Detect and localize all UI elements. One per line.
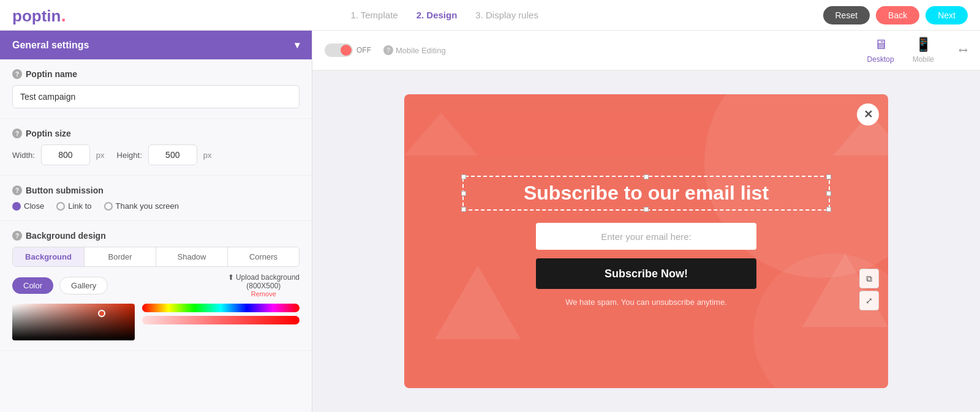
width-label: Width: (12, 151, 35, 160)
logo-text: poptin. (12, 5, 66, 26)
mobile-icon: 📱 (915, 37, 932, 53)
poptin-name-section: ? Poptin name (0, 59, 312, 119)
mobile-button[interactable]: 📱 Mobile (913, 37, 934, 64)
handle-rm[interactable] (826, 191, 831, 196)
right-area: OFF ? Mobile Editing 🖥 Desktop 📱 Mobile … (312, 31, 980, 412)
background-tabs: Background Border Shadow Corners (12, 247, 300, 267)
radio-row: Close Link to Thank you screen (12, 201, 300, 211)
remove-label[interactable]: Remove (251, 290, 276, 298)
desktop-icon: 🖥 (874, 37, 888, 53)
handle-tm[interactable] (644, 174, 649, 179)
step-template: 1. Template (350, 10, 398, 20)
color-rainbow-col (142, 304, 300, 340)
button-submission-help-icon: ? (12, 185, 22, 195)
canvas-area: ✕ Subscribe to our email list ⧉ ⤢ (312, 70, 980, 412)
radio-thank-you[interactable]: Thank you screen (104, 201, 179, 211)
general-settings-header[interactable]: General settings ▾ (0, 31, 312, 59)
color-gradient[interactable] (12, 304, 135, 340)
width-input[interactable] (41, 144, 90, 165)
spam-text: We hate spam. You can unsubscribe anytim… (565, 298, 727, 307)
steps: 1. Template 2. Design 3. Display rules (350, 10, 538, 20)
resize-icons: ⧉ ⤢ (859, 269, 879, 310)
handle-tr[interactable] (826, 174, 831, 179)
popup-title: Subscribe to our email list (476, 182, 816, 204)
button-submission-label: Button submission (26, 185, 104, 195)
gallery-button[interactable]: Gallery (59, 277, 108, 294)
poptin-name-input[interactable] (12, 85, 300, 108)
color-gallery-row: Color Gallery ⬆ Upload background (800X5… (12, 273, 300, 298)
tab-corners[interactable]: Corners (228, 247, 299, 266)
poptin-name-label-row: ? Poptin name (12, 69, 300, 79)
handle-lm[interactable] (461, 191, 466, 196)
height-px: px (203, 151, 212, 160)
poptin-size-section: ? Poptin size Width: px Height: px (0, 119, 312, 176)
next-button[interactable]: Next (925, 6, 968, 24)
poptin-name-label: Poptin name (26, 69, 77, 79)
logo: poptin. (12, 5, 66, 26)
background-design-section: ? Background design Background Border Sh… (0, 221, 312, 351)
toggle-knob (341, 45, 352, 56)
background-design-help-icon: ? (12, 231, 22, 241)
desktop-label: Desktop (867, 55, 894, 64)
expand-button[interactable]: ⤢ (955, 42, 971, 58)
color-picker-area (12, 304, 300, 340)
alpha-strip[interactable] (142, 316, 300, 324)
svg-marker-3 (404, 113, 478, 155)
device-group: 🖥 Desktop 📱 Mobile (867, 37, 934, 64)
desktop-button[interactable]: 🖥 Desktop (867, 37, 894, 64)
tab-border[interactable]: Border (85, 247, 156, 266)
radio-thankyou-dot (104, 202, 113, 211)
upload-background-label[interactable]: ⬆ Upload background (800X500) Remove (228, 273, 300, 298)
copy-icon-btn[interactable]: ⧉ (859, 269, 879, 288)
reset-button[interactable]: Reset (823, 6, 870, 24)
popup-close-button[interactable]: ✕ (857, 103, 879, 125)
rainbow-strip[interactable] (142, 304, 300, 312)
button-submission-section: ? Button submission Close Link to Thank … (0, 176, 312, 221)
gradient-handle[interactable] (98, 310, 105, 317)
subscribe-button[interactable]: Subscribe Now! (536, 258, 756, 289)
popup-title-wrap[interactable]: Subscribe to our email list (462, 176, 830, 211)
height-input[interactable] (148, 144, 197, 165)
radio-link-to[interactable]: Link to (56, 201, 91, 211)
topbar-actions: Reset Back Next (823, 6, 968, 24)
radio-close-dot (12, 202, 21, 211)
width-px: px (96, 151, 105, 160)
handle-bl[interactable] (461, 207, 466, 212)
radio-thankyou-label: Thank you screen (116, 201, 179, 211)
handle-br[interactable] (826, 207, 831, 212)
email-input-display[interactable]: Enter your email here: (536, 223, 756, 250)
handle-bm[interactable] (644, 207, 649, 212)
size-row: Width: px Height: px (12, 144, 300, 165)
collapse-icon: ▾ (295, 39, 300, 51)
toggle-label: OFF (356, 46, 371, 54)
popup-container: ✕ Subscribe to our email list ⧉ ⤢ (404, 94, 888, 388)
back-button[interactable]: Back (876, 6, 919, 24)
tab-shadow[interactable]: Shadow (156, 247, 228, 266)
background-design-label-row: ? Background design (12, 231, 300, 241)
mobile-editing-row: ? Mobile Editing (383, 45, 446, 55)
general-settings-label: General settings (12, 40, 89, 51)
toggle-container[interactable]: OFF (325, 43, 371, 57)
resize-icon-btn[interactable]: ⤢ (859, 291, 879, 310)
mobile-editing-help-icon: ? (383, 45, 393, 55)
mobile-editing-label: Mobile Editing (396, 46, 446, 55)
step-display-rules: 3. Display rules (475, 10, 538, 20)
main-layout: General settings ▾ ? Poptin name ? Popti… (0, 31, 980, 412)
height-label: Height: (117, 151, 142, 160)
poptin-size-label-row: ? Poptin size (12, 129, 300, 138)
radio-link-dot (56, 202, 65, 211)
poptin-size-help-icon: ? (12, 129, 22, 138)
topbar: poptin. 1. Template 2. Design 3. Display… (0, 0, 980, 31)
email-placeholder: Enter your email here: (601, 231, 692, 242)
tab-background[interactable]: Background (13, 247, 85, 266)
svg-marker-0 (435, 266, 521, 339)
toggle-switch[interactable] (325, 43, 353, 57)
color-button[interactable]: Color (12, 277, 53, 294)
handle-tl[interactable] (461, 174, 466, 179)
mobile-label: Mobile (913, 55, 934, 64)
poptin-size-label: Poptin size (26, 129, 71, 138)
radio-close-label: Close (24, 201, 44, 211)
step-design: 2. Design (417, 10, 458, 20)
radio-close[interactable]: Close (12, 201, 44, 211)
background-design-label: Background design (26, 231, 106, 241)
